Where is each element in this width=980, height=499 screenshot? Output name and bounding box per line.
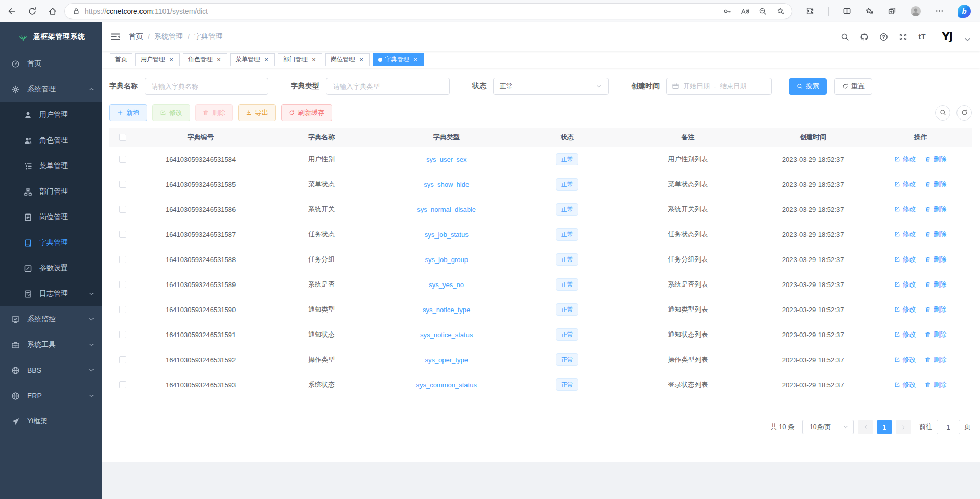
- status-select[interactable]: 正常: [493, 78, 609, 95]
- row-checkbox[interactable]: [119, 356, 126, 363]
- next-page-button[interactable]: [896, 420, 911, 434]
- dict-type-input[interactable]: [326, 78, 450, 95]
- sidebar-item-字典管理[interactable]: 字典管理: [0, 230, 102, 255]
- dict-type-link[interactable]: sys_yes_no: [429, 281, 464, 289]
- close-icon[interactable]: ×: [358, 56, 365, 63]
- edit-row-button[interactable]: 修改: [894, 305, 916, 314]
- url-text[interactable]: https://ccnetcore.com:1101/system/dict: [85, 7, 208, 15]
- row-checkbox[interactable]: [119, 256, 126, 263]
- back-icon[interactable]: [7, 7, 16, 16]
- github-icon[interactable]: [860, 33, 869, 41]
- prev-page-button[interactable]: [858, 420, 873, 434]
- delete-row-button[interactable]: 删除: [925, 155, 946, 164]
- caret-down-icon[interactable]: [963, 35, 972, 44]
- edit-row-button[interactable]: 修改: [894, 380, 916, 389]
- breadcrumb-item[interactable]: 系统管理: [154, 32, 183, 41]
- sidebar-item-系统管理[interactable]: 系统管理: [0, 77, 102, 102]
- sidebar-item-Yi框架[interactable]: Yi框架: [0, 409, 102, 434]
- dict-type-link[interactable]: sys_notice_status: [420, 331, 473, 339]
- sidebar-item-角色管理[interactable]: 角色管理: [0, 128, 102, 153]
- text-size-icon[interactable]: tT: [918, 33, 926, 41]
- goto-page-input[interactable]: [937, 420, 960, 434]
- delete-row-button[interactable]: 删除: [925, 380, 946, 389]
- 新增-button[interactable]: 新增: [109, 104, 147, 121]
- row-checkbox[interactable]: [119, 306, 126, 313]
- row-checkbox[interactable]: [119, 206, 126, 213]
- tab-菜单管理[interactable]: 菜单管理 ×: [230, 53, 275, 66]
- sidebar-item-岗位管理[interactable]: 岗位管理: [0, 204, 102, 230]
- app-logo[interactable]: 意框架管理系统: [0, 22, 102, 51]
- sidebar-item-系统监控[interactable]: 系统监控: [0, 306, 102, 332]
- edit-row-button[interactable]: 修改: [894, 155, 916, 164]
- tab-角色管理[interactable]: 角色管理 ×: [183, 53, 227, 66]
- close-icon[interactable]: ×: [412, 56, 419, 63]
- dict-type-link[interactable]: sys_oper_type: [425, 356, 468, 364]
- page-1-button[interactable]: 1: [877, 420, 892, 434]
- delete-row-button[interactable]: 删除: [925, 205, 946, 214]
- extensions-icon[interactable]: [806, 7, 814, 15]
- edit-row-button[interactable]: 修改: [894, 330, 916, 339]
- page-size-select[interactable]: 10条/页: [802, 420, 854, 434]
- fullscreen-icon[interactable]: [899, 33, 907, 41]
- more-icon[interactable]: [935, 7, 944, 15]
- delete-row-button[interactable]: 删除: [925, 355, 946, 364]
- favorites-icon[interactable]: [865, 7, 874, 15]
- sidebar-item-部门管理[interactable]: 部门管理: [0, 179, 102, 204]
- delete-row-button[interactable]: 删除: [925, 305, 946, 314]
- delete-row-button[interactable]: 删除: [925, 255, 946, 264]
- profile-avatar[interactable]: [910, 6, 921, 17]
- search-button[interactable]: 搜索: [789, 78, 827, 95]
- edit-row-button[interactable]: 修改: [894, 280, 916, 289]
- dict-type-link[interactable]: sys_job_status: [425, 231, 469, 239]
- tab-岗位管理[interactable]: 岗位管理 ×: [325, 53, 370, 66]
- tab-部门管理[interactable]: 部门管理 ×: [278, 53, 322, 66]
- dict-type-link[interactable]: sys_notice_type: [423, 306, 470, 314]
- 刷新缓存-button[interactable]: 刷新缓存: [281, 104, 332, 121]
- sidebar-item-日志管理[interactable]: 日志管理: [0, 281, 102, 306]
- refresh-table-button[interactable]: [956, 105, 972, 121]
- delete-row-button[interactable]: 删除: [925, 330, 946, 339]
- key-icon[interactable]: [723, 7, 731, 15]
- address-bar[interactable]: https://ccnetcore.com:1101/system/dict: [64, 3, 792, 19]
- row-checkbox[interactable]: [119, 231, 126, 238]
- select-all-checkbox[interactable]: [119, 134, 126, 141]
- dict-type-link[interactable]: sys_show_hide: [424, 181, 469, 188]
- close-icon[interactable]: ×: [215, 56, 222, 63]
- date-range-picker[interactable]: 开始日期 - 结束日期: [666, 78, 772, 95]
- collections-icon[interactable]: [888, 7, 896, 15]
- dict-type-link[interactable]: sys_user_sex: [426, 156, 466, 163]
- row-checkbox[interactable]: [119, 281, 126, 288]
- close-icon[interactable]: ×: [263, 56, 270, 63]
- tab-用户管理[interactable]: 用户管理 ×: [135, 53, 180, 66]
- 导出-button[interactable]: 导出: [238, 104, 276, 121]
- toggle-search-button[interactable]: [935, 105, 950, 121]
- edit-row-button[interactable]: 修改: [894, 355, 916, 364]
- zoom-out-icon[interactable]: [759, 7, 767, 15]
- row-checkbox[interactable]: [119, 331, 126, 338]
- delete-row-button[interactable]: 删除: [925, 280, 946, 289]
- dict-type-link[interactable]: sys_normal_disable: [417, 206, 476, 213]
- home-icon[interactable]: [48, 7, 57, 16]
- sidebar-item-BBS[interactable]: BBS: [0, 358, 102, 383]
- delete-row-button[interactable]: 删除: [925, 230, 946, 239]
- close-icon[interactable]: ×: [168, 56, 175, 63]
- sidebar-item-菜单管理[interactable]: 菜单管理: [0, 153, 102, 179]
- row-checkbox[interactable]: [119, 181, 126, 188]
- sidebar-item-首页[interactable]: 首页: [0, 51, 102, 77]
- help-icon[interactable]: [879, 33, 888, 41]
- breadcrumb-item[interactable]: 首页: [129, 32, 143, 41]
- row-checkbox[interactable]: [119, 156, 126, 163]
- dict-type-link[interactable]: sys_job_group: [425, 256, 468, 264]
- sidebar-item-系统工具[interactable]: 系统工具: [0, 332, 102, 358]
- copilot-icon[interactable]: b: [958, 5, 971, 18]
- close-icon[interactable]: ×: [310, 56, 317, 63]
- sidebar-item-参数设置[interactable]: 参数设置: [0, 255, 102, 281]
- sidebar-item-ERP[interactable]: ERP: [0, 383, 102, 409]
- dict-name-input[interactable]: [145, 78, 268, 95]
- refresh-icon[interactable]: [28, 7, 37, 16]
- edit-row-button[interactable]: 修改: [894, 230, 916, 239]
- hamburger-icon[interactable]: [110, 32, 121, 42]
- sidebar-item-用户管理[interactable]: 用户管理: [0, 102, 102, 128]
- add-favorite-icon[interactable]: [777, 7, 785, 15]
- dict-type-link[interactable]: sys_common_status: [416, 381, 477, 389]
